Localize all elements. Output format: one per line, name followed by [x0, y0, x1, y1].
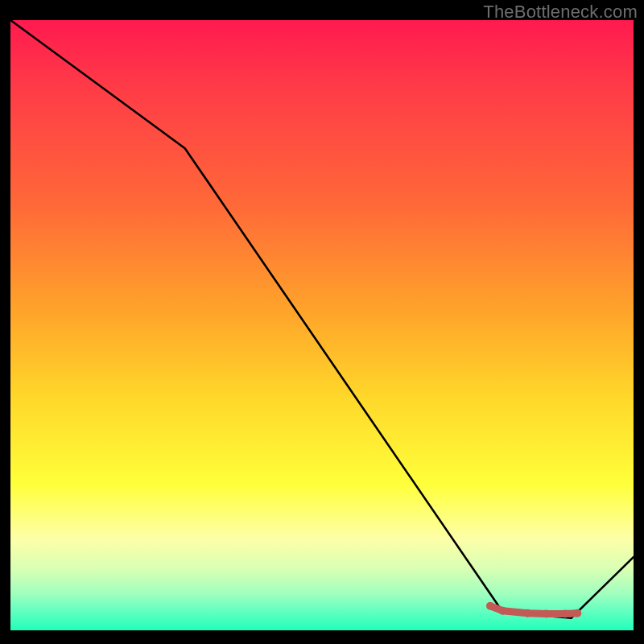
series-black-line: [10, 20, 634, 618]
red-data-point: [486, 602, 494, 610]
plot-area: [10, 20, 634, 630]
red-data-point: [573, 609, 581, 617]
red-data-point: [543, 610, 551, 618]
red-data-point: [523, 609, 531, 617]
red-data-point: [561, 610, 569, 618]
chart-svg: [10, 20, 634, 630]
chart-frame: TheBottleneck.com: [0, 0, 644, 644]
red-data-point: [499, 607, 507, 615]
watermark-text: TheBottleneck.com: [483, 2, 638, 23]
